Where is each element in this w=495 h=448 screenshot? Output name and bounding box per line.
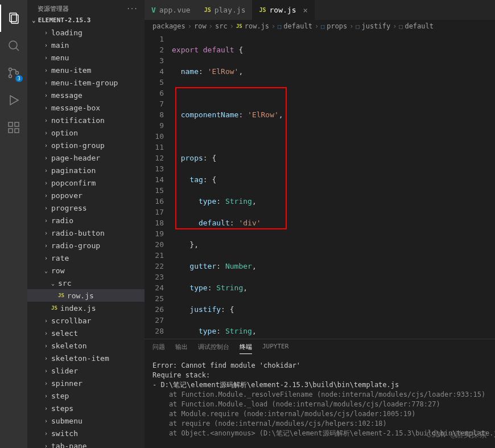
- source-control-icon[interactable]: 3: [0, 59, 27, 87]
- chevron-right-icon: ›: [44, 255, 51, 261]
- chevron-right-icon: ›: [44, 167, 51, 174]
- tree-item-label: menu: [51, 54, 69, 62]
- panel-tab-1[interactable]: 输出: [175, 343, 188, 354]
- chevron-right-icon: ›: [44, 393, 51, 399]
- more-icon[interactable]: ···: [126, 5, 138, 13]
- tree-item-src[interactable]: ⌄src: [27, 277, 145, 289]
- breadcrumb-segment[interactable]: packages: [152, 22, 185, 30]
- line-number: 21: [145, 250, 164, 261]
- tree-item-menu[interactable]: ›menu: [27, 51, 145, 64]
- tree-item-rate[interactable]: ›rate: [27, 252, 145, 264]
- tree-item-label: popover: [51, 191, 82, 200]
- tree-item-radio[interactable]: ›radio: [27, 214, 145, 227]
- tree-item-select[interactable]: ›select: [27, 327, 145, 339]
- js-icon: JS: [58, 293, 64, 298]
- code-editor[interactable]: 1234567891011121314151617181920212223242…: [145, 32, 495, 339]
- line-number: 22: [145, 261, 164, 272]
- tree-item-tab-pane[interactable]: ›tab-pane: [27, 439, 145, 448]
- chevron-right-icon: ›: [44, 380, 51, 387]
- tree-item-switch[interactable]: ›switch: [27, 427, 145, 439]
- tree-item-label: slider: [51, 367, 78, 375]
- tree-item-scrollbar[interactable]: ›scrollbar: [27, 314, 145, 327]
- tree-item-label: menu-item: [51, 66, 91, 75]
- tree-item-label: radio: [51, 216, 73, 225]
- sidebar-header: 资源管理器 ···: [27, 0, 145, 15]
- js-icon: JS: [236, 23, 242, 29]
- close-icon[interactable]: ×: [303, 6, 307, 15]
- tree-item-spinner[interactable]: ›spinner: [27, 377, 145, 389]
- breadcrumb[interactable]: packages›row›src›JSrow.js›⬚default›⬚prop…: [145, 20, 495, 32]
- breadcrumb-segment[interactable]: default: [405, 22, 434, 30]
- tab-app-vue[interactable]: Vapp.vue: [145, 0, 197, 20]
- tree-item-loading[interactable]: ›loading: [27, 26, 145, 39]
- panel-tab-0[interactable]: 问题: [152, 343, 165, 354]
- tree-item-option[interactable]: ›option: [27, 126, 145, 139]
- svg-point-2: [9, 41, 17, 49]
- tree-item-submenu[interactable]: ›submenu: [27, 414, 145, 427]
- tree-item-radio-group[interactable]: ›radio-group: [27, 239, 145, 252]
- tree-item-progress[interactable]: ›progress: [27, 202, 145, 214]
- tree-item-slider[interactable]: ›slider: [27, 364, 145, 377]
- tree-item-message[interactable]: ›message: [27, 89, 145, 101]
- tree-item-label: radio-button: [51, 229, 105, 237]
- panel-tab-4[interactable]: JUPYTER: [262, 343, 288, 354]
- breadcrumb-segment[interactable]: src: [215, 22, 228, 30]
- svg-rect-11: [15, 122, 19, 126]
- panel-tabs: 问题输出调试控制台终端JUPYTER: [145, 339, 495, 357]
- tree-item-popconfirm[interactable]: ›popconfirm: [27, 176, 145, 189]
- tree-item-row-js[interactable]: JSrow.js: [27, 289, 145, 302]
- search-icon[interactable]: [0, 32, 27, 59]
- chevron-down-icon: ⌄: [51, 280, 58, 286]
- tree-item-popover[interactable]: ›popover: [27, 189, 145, 202]
- tree-item-pagination[interactable]: ›pagination: [27, 164, 145, 176]
- chevron-down-icon: ⌄: [44, 268, 51, 274]
- panel-tab-3[interactable]: 终端: [240, 343, 252, 354]
- tab-play-js[interactable]: JSplay.js: [197, 0, 253, 20]
- tree-item-step[interactable]: ›step: [27, 389, 145, 402]
- tree-item-message-box[interactable]: ›message-box: [27, 101, 145, 114]
- line-number: 25: [145, 293, 164, 304]
- chevron-right-icon: ›: [315, 22, 319, 30]
- tree-item-option-group[interactable]: ›option-group: [27, 139, 145, 151]
- tree-item-label: pagination: [51, 166, 96, 175]
- tree-item-page-header[interactable]: ›page-header: [27, 151, 145, 164]
- breadcrumb-segment[interactable]: row: [194, 22, 207, 30]
- chevron-right-icon: ›: [44, 443, 51, 449]
- tab-row-js[interactable]: JSrow.js×: [252, 0, 314, 20]
- sidebar-project[interactable]: ⌄ ELEMENT-2.15.3: [27, 15, 145, 26]
- tree-item-steps[interactable]: ›steps: [27, 402, 145, 414]
- run-debug-icon[interactable]: [0, 87, 27, 114]
- tree-item-label: skeleton-item: [51, 354, 109, 363]
- explorer-icon[interactable]: [0, 5, 27, 32]
- line-gutter: 1234567891011121314151617181920212223242…: [145, 32, 172, 339]
- tree-item-radio-button[interactable]: ›radio-button: [27, 227, 145, 239]
- chevron-right-icon: ›: [44, 318, 51, 324]
- tree-item-index-js[interactable]: JSindex.js: [27, 302, 145, 314]
- tree-item-menu-item-group[interactable]: ›menu-item-group: [27, 76, 145, 89]
- svg-rect-8: [9, 122, 13, 126]
- tree-item-skeleton[interactable]: ›skeleton: [27, 339, 145, 352]
- breadcrumb-segment[interactable]: props: [327, 22, 347, 30]
- tree-item-label: message-box: [51, 104, 100, 112]
- panel-tab-2[interactable]: 调试控制台: [198, 343, 229, 354]
- chevron-right-icon: ›: [44, 330, 51, 336]
- tree-item-main[interactable]: ›main: [27, 39, 145, 51]
- chevron-right-icon: ›: [44, 67, 51, 73]
- line-number: 17: [145, 207, 164, 217]
- extensions-icon[interactable]: [0, 114, 27, 141]
- tree-item-label: message: [51, 91, 82, 100]
- line-number: 12: [145, 153, 164, 163]
- line-number: 5: [145, 77, 164, 88]
- tree-item-label: index.js: [60, 304, 96, 313]
- chevron-right-icon: ›: [44, 243, 51, 249]
- chevron-right-icon: ›: [271, 22, 275, 30]
- code-content[interactable]: export default { name: 'ElRow', componen…: [172, 32, 495, 339]
- breadcrumb-segment[interactable]: justify: [362, 22, 391, 30]
- breadcrumb-segment[interactable]: default: [283, 22, 312, 30]
- tree-item-skeleton-item[interactable]: ›skeleton-item: [27, 352, 145, 364]
- tree-item-row[interactable]: ⌄row: [27, 264, 145, 277]
- tree-item-notification[interactable]: ›notification: [27, 114, 145, 126]
- terminal-line: at Function.Module._resolveFilename (nod…: [152, 390, 487, 400]
- tree-item-menu-item[interactable]: ›menu-item: [27, 64, 145, 76]
- breadcrumb-segment[interactable]: row.js: [245, 22, 269, 30]
